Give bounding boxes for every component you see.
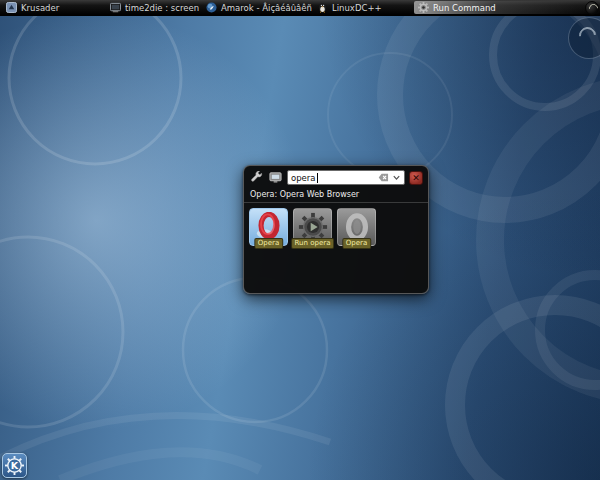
- gear-icon: [418, 2, 429, 13]
- task-label: Run Command: [433, 3, 496, 13]
- krusader-icon: [6, 2, 17, 13]
- match-title: Opera: Opera Web Browser: [244, 187, 428, 201]
- text-caret: [317, 173, 318, 183]
- configure-button[interactable]: [249, 170, 264, 185]
- wrench-icon: [250, 171, 263, 184]
- result-opera-alt[interactable]: Opera: [337, 208, 376, 246]
- panel-cashew-toolbox[interactable]: [585, 1, 599, 15]
- task-time2die-screen[interactable]: time2die : screen: [106, 1, 201, 14]
- result-run-opera[interactable]: Run opera: [293, 208, 332, 246]
- clear-text-icon[interactable]: [378, 172, 389, 183]
- run-command-dialog: opera ✕ Opera: Opera Web Browser Opera: [243, 165, 429, 294]
- task-krusader[interactable]: Krusader: [2, 1, 105, 14]
- task-label: LinuxDC++: [332, 3, 382, 13]
- close-button[interactable]: ✕: [409, 171, 423, 185]
- task-run-command[interactable]: Run Command: [414, 1, 599, 14]
- result-label-badge: Run opera: [291, 238, 335, 249]
- penguin-icon: [317, 2, 328, 13]
- krunner-toolbar: opera ✕: [244, 166, 428, 187]
- system-activity-button[interactable]: [268, 170, 283, 185]
- task-linuxdc[interactable]: LinuxDC++: [313, 1, 413, 14]
- query-text: opera: [291, 173, 316, 183]
- kde-menu-button[interactable]: K: [2, 453, 27, 478]
- krunner-results: Opera Run opera Opera: [244, 203, 428, 251]
- task-amarok[interactable]: Amarok - Âiçâéâûâêñfy, ôû ñ...: [202, 1, 312, 14]
- command-input[interactable]: opera: [287, 170, 405, 185]
- amarok-icon: [206, 2, 217, 13]
- task-label: Amarok - Âiçâéâûâêñfy, ôû ñ...: [221, 3, 312, 13]
- task-label: Krusader: [21, 3, 59, 13]
- result-label-badge: Opera: [342, 238, 371, 249]
- kde-gear-k-icon: K: [5, 456, 24, 475]
- taskbar-panel: Krusader time2die : screen Amarok - Âiçâ…: [0, 0, 600, 16]
- chevron-down-icon[interactable]: [392, 173, 401, 182]
- task-label: time2die : screen: [125, 3, 199, 13]
- result-opera[interactable]: Opera: [249, 208, 288, 246]
- monitor-icon: [269, 171, 282, 184]
- svg-text:K: K: [11, 460, 19, 471]
- result-label-badge: Opera: [254, 238, 283, 249]
- terminal-icon: [110, 2, 121, 13]
